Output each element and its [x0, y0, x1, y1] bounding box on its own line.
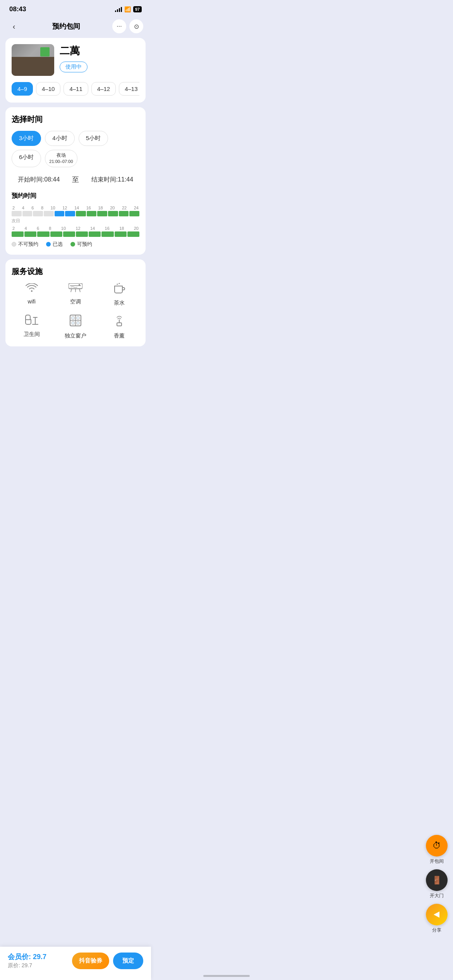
tea-icon: [113, 283, 125, 296]
block: [76, 231, 88, 237]
time-range: 开始时间:08:44 至 结束时间:11:44: [12, 175, 139, 184]
facility-wc-label: 卫生间: [24, 331, 40, 338]
time-selection-card: 选择时间 3小时 4小时 5小时 6小时 夜场21:00–07:00 开始时间:…: [5, 107, 146, 255]
facility-aroma-label: 香薰: [114, 332, 125, 339]
date-btn-0[interactable]: 4–9: [12, 82, 33, 96]
svg-point-5: [79, 284, 80, 286]
block: [87, 211, 97, 216]
svg-rect-10: [77, 317, 79, 319]
legend-selected-label: 已选: [53, 241, 63, 248]
block: [119, 211, 129, 216]
block: [50, 231, 62, 237]
block: [22, 211, 33, 216]
legend-available-label: 可预约: [77, 241, 92, 248]
signal-icon: [115, 7, 122, 12]
svg-rect-13: [117, 323, 122, 326]
time-section-title: 选择时间: [12, 114, 139, 125]
room-card: 二萬 使用中 4–9 4–10 4–11 4–12 4–13 4–14: [5, 38, 146, 103]
legend-unavailable-label: 不可预约: [18, 241, 38, 248]
svg-rect-12: [77, 322, 79, 324]
date-btn-2[interactable]: 4–11: [63, 82, 88, 96]
window-icon: [69, 314, 82, 329]
end-time-label: 结束时间:11:44: [91, 176, 133, 184]
block: [63, 231, 75, 237]
time-btn-night[interactable]: 夜场21:00–07:00: [45, 150, 77, 167]
wifi-status-icon: 📶: [124, 6, 131, 12]
battery-indicator: 97: [133, 6, 142, 12]
block: [12, 211, 22, 216]
facilities-grid: wifi 空调: [12, 283, 139, 339]
block: [89, 231, 101, 237]
block: [44, 211, 54, 216]
svg-line-2: [71, 289, 72, 292]
time-btn-4h[interactable]: 4小时: [45, 131, 74, 146]
time-btn-6h[interactable]: 6小时: [12, 150, 41, 167]
legend-dot-blue: [46, 242, 51, 247]
block: [97, 211, 107, 216]
block: [12, 231, 24, 237]
date-selector: 4–9 4–10 4–11 4–12 4–13 4–14: [12, 82, 139, 96]
ac-icon: [69, 283, 82, 295]
block: [24, 231, 36, 237]
start-time-label: 开始时间:08:44: [18, 176, 60, 184]
record-button[interactable]: ⊙: [129, 19, 143, 33]
block: [129, 211, 139, 216]
facility-aroma: 香薰: [100, 314, 139, 339]
aroma-icon: [114, 314, 125, 329]
nav-actions: ··· ⊙: [112, 19, 143, 33]
block: [101, 231, 113, 237]
block: [76, 211, 86, 216]
wifi-icon: [26, 283, 38, 295]
legend-dot-gray: [12, 242, 16, 247]
facility-window: 独立窗户: [55, 314, 95, 339]
svg-rect-0: [69, 283, 82, 289]
block: [37, 231, 49, 237]
svg-rect-11: [72, 322, 74, 324]
svg-line-4: [79, 289, 80, 292]
block: [55, 211, 65, 216]
timeline-labels-1: 24681012141618202224: [12, 206, 139, 210]
more-button[interactable]: ···: [112, 19, 126, 33]
wc-icon: [25, 314, 39, 328]
next-day-label: 次日: [12, 218, 139, 224]
status-icons: 📶 97: [115, 6, 142, 12]
room-info: 二萬 使用中: [12, 44, 139, 76]
date-btn-3[interactable]: 4–12: [91, 82, 116, 96]
legend-unavailable: 不可预约: [12, 241, 38, 248]
page-title: 预约包间: [52, 22, 80, 31]
time-separator: 至: [72, 175, 79, 184]
facility-window-label: 独立窗户: [65, 332, 86, 339]
date-btn-1[interactable]: 4–10: [36, 82, 60, 96]
date-btn-4[interactable]: 4–13: [119, 82, 139, 96]
svg-rect-9: [72, 317, 74, 319]
facility-tea-label: 茶水: [114, 300, 125, 307]
back-button[interactable]: ‹: [8, 20, 20, 33]
booking-time-label: 预约时间: [12, 192, 139, 200]
facility-ac-label: 空调: [70, 298, 81, 305]
room-status-badge: 使用中: [60, 62, 88, 72]
status-time: 08:43: [9, 5, 26, 13]
status-bar: 08:43 📶 97: [0, 0, 151, 16]
facility-ac: 空调: [55, 283, 95, 307]
facility-tea: 茶水: [100, 283, 139, 307]
timeline-row-1: [12, 211, 139, 216]
facilities-title: 服务设施: [12, 266, 139, 277]
time-btn-3h[interactable]: 3小时: [12, 131, 41, 146]
facility-wifi-label: wifi: [28, 298, 36, 305]
main-content: 二萬 使用中 4–9 4–10 4–11 4–12 4–13 4–14 选择时间…: [0, 38, 151, 346]
facilities-card: 服务设施 wifi: [5, 259, 146, 346]
timeline-labels-2: 2468101214161820: [12, 226, 139, 231]
nav-bar: ‹ 预约包间 ··· ⊙: [0, 16, 151, 38]
time-btn-5h[interactable]: 5小时: [79, 131, 108, 146]
legend-selected: 已选: [46, 241, 63, 248]
block: [65, 211, 75, 216]
room-details: 二萬 使用中: [60, 44, 139, 72]
facility-wifi: wifi: [12, 283, 51, 307]
legend-dot-green: [70, 242, 75, 247]
room-name: 二萬: [60, 44, 139, 58]
legend-available: 可预约: [70, 241, 92, 248]
block: [115, 231, 127, 237]
facility-wc: 卫生间: [12, 314, 51, 339]
room-image: [12, 44, 54, 76]
time-options: 3小时 4小时 5小时 6小时 夜场21:00–07:00: [12, 131, 139, 167]
